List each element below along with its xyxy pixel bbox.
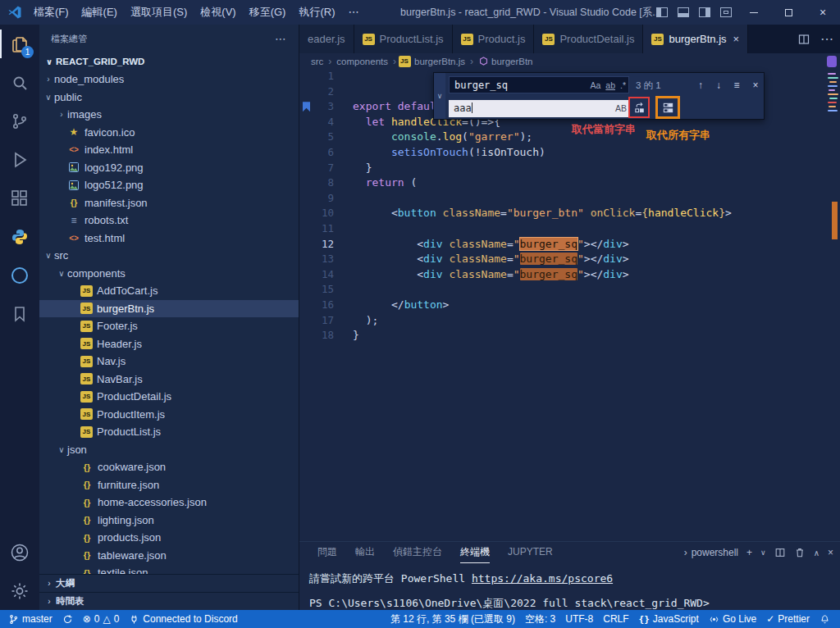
tree-item-logo192.png[interactable]: logo192.png [39,159,299,177]
language-mode[interactable]: {} JavaScript [634,610,704,628]
discord-status[interactable]: Connected to Discord [124,610,242,628]
go-live-button[interactable]: Go Live [704,610,761,628]
tree-item-ProductList.js[interactable]: JSProductList.js [39,423,299,441]
editor-tab-ProductDetail.js[interactable]: JSProductDetail.js [534,25,643,53]
tree-item-robots.txt[interactable]: ≡robots.txt [39,212,299,230]
editor-more-actions-icon[interactable]: ⋯ [820,31,833,47]
split-terminal-icon[interactable] [774,547,786,558]
panel-tab-終端機[interactable]: 終端機 [460,542,490,563]
terminal-dropdown-icon[interactable]: ∨ [760,548,766,557]
regex-icon[interactable]: .* [620,77,626,94]
tree-item-logo512.png[interactable]: logo512.png [39,176,299,194]
previous-match-icon[interactable]: ↑ [693,78,708,93]
activity-account[interactable] [0,533,39,571]
activity-bookmarks[interactable] [0,294,39,333]
tree-item-NavBar.js[interactable]: JSNavBar.js [39,371,299,389]
whole-word-icon[interactable]: ab [605,77,615,94]
tree-item-test.html[interactable]: <>test.html [39,230,299,248]
tree-item-textile.json[interactable]: {}textile.json [39,564,299,574]
activity-run-debug[interactable] [0,140,39,179]
toggle-secondary-sidebar-icon[interactable] [699,7,710,17]
tree-item-products.json[interactable]: {}products.json [39,529,299,547]
activity-python[interactable] [0,217,39,256]
code-line-15[interactable]: 15 [299,282,827,298]
maximize-button[interactable] [771,0,806,25]
activity-extensions[interactable] [0,179,39,217]
menu-item-4[interactable]: 移至(G) [243,0,293,25]
code-line-11[interactable]: 11 [299,221,827,237]
tree-item-src[interactable]: ∨src [39,247,299,265]
tree-item-home-accessories.json[interactable]: {}home-accessories.json [39,494,299,512]
toggle-panel-icon[interactable] [678,7,689,17]
encoding[interactable]: UTF-8 [560,610,598,628]
toggle-sidebar-icon[interactable] [656,7,668,17]
tree-item-ProductDetail.js[interactable]: JSProductDetail.js [39,388,299,406]
split-editor-icon[interactable] [797,33,810,46]
tree-item-public[interactable]: ∨public [39,89,299,107]
notifications-bell[interactable] [815,610,835,628]
prettier-status[interactable]: ✓ Prettier [761,610,815,628]
customize-layout-icon[interactable] [720,7,732,17]
breadcrumb-item-components[interactable]: components [336,57,388,66]
tree-item-furniture.json[interactable]: {}furniture.json [39,476,299,494]
sidebar-section-1[interactable]: ›時間表 [39,592,299,610]
replace-input[interactable]: aaa AB [449,100,629,117]
terminal-shell-selector[interactable]: › powershell [684,547,738,558]
indentation[interactable]: 空格: 3 [520,610,560,628]
menu-item-6[interactable]: ⋯ [341,0,365,25]
tree-item-node_modules[interactable]: ›node_modules [39,71,299,89]
sidebar-section-0[interactable]: ›大綱 [39,574,299,592]
maximize-panel-icon[interactable]: ∧ [814,548,819,557]
tree-item-Nav.js[interactable]: JSNav.js [39,353,299,371]
panel-tab-問題[interactable]: 問題 [317,542,337,563]
activity-explorer[interactable]: 1 [0,25,39,63]
breadcrumb[interactable]: src›components›JSburgerBtn.js›burgerBtn [299,53,840,69]
editor-tab-ProductList.js[interactable]: JSProductList.js [354,25,453,53]
panel-tab-輸出[interactable]: 輸出 [355,542,375,563]
find-in-selection-icon[interactable]: ≡ [729,78,744,93]
new-terminal-icon[interactable]: + [746,547,752,558]
tree-item-AddToCart.js[interactable]: JSAddToCart.js [39,282,299,300]
code-line-6[interactable]: 6 setisOnTouch(!isOnTouch) [299,145,827,161]
code-line-10[interactable]: 10 <button className="burger_btn" onClic… [299,206,827,221]
editor-tab-burgerBtn.js[interactable]: JSburgerBtn.js× [643,25,748,53]
tree-item-components[interactable]: ∨components [39,265,299,283]
code-line-18[interactable]: 18} [299,328,827,344]
activity-search[interactable] [0,63,39,102]
code-line-14[interactable]: 14 <div className="burger_sq"></div> [299,267,827,283]
find-input[interactable]: burger_sq Aa ab .* [449,76,629,93]
cursor-position[interactable]: 第 12 行, 第 35 欄 (已選取 9) [386,610,520,628]
menu-item-3[interactable]: 檢視(V) [194,0,242,25]
project-root[interactable]: ∨ REACT_GRID_RWD [39,52,299,71]
code-line-8[interactable]: 8 return ( [299,175,827,191]
panel-tab-偵錯主控台[interactable]: 偵錯主控台 [393,542,442,563]
tree-item-Header.js[interactable]: JSHeader.js [39,335,299,353]
editor-tab-Product.js[interactable]: JSProduct.js [453,25,535,53]
tree-item-cookware.json[interactable]: {}cookware.json [39,458,299,476]
close-window-button[interactable]: × [806,0,840,25]
kill-terminal-icon[interactable] [794,547,806,558]
tree-item-lighting.json[interactable]: {}lighting.json [39,512,299,530]
tree-item-json[interactable]: ∨json [39,441,299,459]
toggle-replace-icon[interactable]: ∨ [434,73,445,119]
minimize-button[interactable] [737,0,771,25]
code-line-13[interactable]: 13 <div className="burger_sq"></div> [299,252,827,267]
tree-item-images[interactable]: ›images [39,106,299,124]
sidebar-more-actions-icon[interactable]: ⋯ [275,32,287,45]
next-match-icon[interactable]: ↓ [711,78,726,93]
eol-sequence[interactable]: CRLF [598,610,633,628]
code-editor[interactable]: 123export default 4 let handleClick=()=>… [299,69,827,541]
tree-item-burgerBtn.js[interactable]: JSburgerBtn.js [39,300,299,318]
tree-item-tableware.json[interactable]: {}tableware.json [39,547,299,565]
tree-item-index.html[interactable]: <>index.html [39,141,299,159]
minimap[interactable] [827,53,840,541]
menu-item-1[interactable]: 編輯(E) [75,0,124,25]
breadcrumb-item-src[interactable]: src [311,57,323,66]
panel-tab-JUPYTER[interactable]: JUPYTER [508,542,553,563]
sync-button[interactable] [57,610,78,628]
activity-live-preview[interactable] [0,256,39,294]
tree-item-favicon.ico[interactable]: ★favicon.ico [39,124,299,142]
terminal-link[interactable]: https://aka.ms/pscore6 [472,572,613,585]
code-line-17[interactable]: 17 ); [299,313,827,329]
code-line-5[interactable]: 5 console.log("garrer"); [299,130,827,145]
